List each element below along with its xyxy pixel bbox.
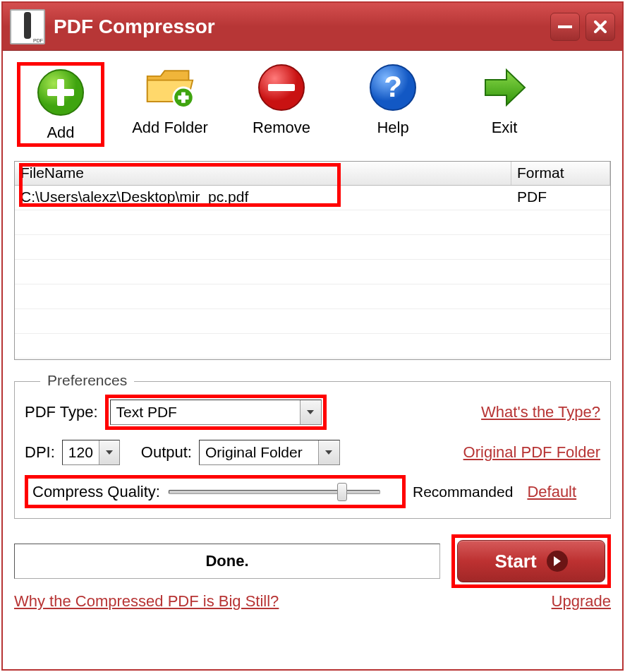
exit-label: Exit	[492, 119, 518, 137]
help-icon: ?	[368, 62, 418, 113]
output-value: Original Folder	[200, 442, 318, 463]
dpi-select[interactable]: 120	[62, 440, 120, 465]
minimize-button[interactable]	[550, 13, 580, 41]
chevron-down-icon	[300, 400, 321, 424]
dpi-value: 120	[63, 442, 99, 463]
slider-track	[169, 490, 380, 494]
remove-label: Remove	[253, 119, 310, 137]
cell-format: PDF	[511, 186, 610, 210]
header-format[interactable]: Format	[511, 162, 610, 185]
add-button[interactable]: Add	[22, 67, 99, 142]
start-button[interactable]: Start	[457, 540, 605, 582]
status-bar: Done.	[14, 544, 440, 579]
slider-thumb[interactable]	[337, 483, 347, 501]
add-label: Add	[47, 124, 74, 142]
header-filename[interactable]: FileName	[15, 162, 511, 185]
window-title: PDF Compressor	[54, 16, 545, 38]
svg-rect-0	[558, 25, 572, 28]
bottom-links: Why the Compressed PDF is Big Still? Upg…	[14, 592, 611, 611]
dpi-label: DPI:	[25, 443, 55, 462]
chevron-down-icon	[318, 440, 339, 464]
recommended-text: Recommanded	[413, 484, 513, 500]
folder-add-icon	[145, 62, 195, 113]
svg-text:?: ?	[384, 70, 402, 103]
close-icon	[594, 20, 607, 33]
close-button[interactable]	[585, 13, 615, 41]
content-area: Add Add Folder	[3, 51, 622, 616]
output-label: Output:	[141, 443, 192, 462]
preferences-legend: Preferences	[40, 372, 134, 389]
output-select[interactable]: Original Folder	[199, 440, 340, 465]
chevron-down-icon	[99, 440, 119, 464]
help-button[interactable]: ? Help	[347, 62, 439, 147]
remove-button[interactable]: Remove	[236, 62, 327, 147]
table-header: FileName Format	[15, 162, 610, 186]
add-highlight: Add	[17, 62, 104, 147]
minimize-icon	[558, 25, 572, 28]
status-row: Done. Start	[14, 534, 611, 588]
add-folder-label: Add Folder	[132, 119, 208, 137]
svg-rect-6	[178, 95, 188, 100]
app-icon	[10, 9, 45, 44]
status-text: Done.	[205, 552, 248, 570]
add-folder-button[interactable]: Add Folder	[124, 62, 216, 147]
preferences-group: Preferences PDF Type: Text PDF What's th…	[14, 381, 611, 519]
quality-slider[interactable]	[169, 481, 380, 503]
pdf-type-label: PDF Type:	[25, 403, 98, 421]
cell-filename: C:\Users\alexz\Desktop\mir_pc.pdf	[15, 186, 511, 210]
exit-arrow-icon	[479, 62, 530, 113]
quality-label: Compress Quality:	[32, 483, 160, 501]
app-window: PDF Compressor Add	[1, 1, 624, 671]
pdf-type-select[interactable]: Text PDF	[110, 400, 322, 425]
titlebar: PDF Compressor	[3, 3, 622, 51]
help-label: Help	[377, 119, 408, 137]
whats-type-link[interactable]: What's the Type?	[481, 403, 600, 421]
svg-rect-8	[268, 84, 295, 91]
default-link[interactable]: Default	[527, 483, 576, 501]
quality-highlight: Compress Quality:	[25, 475, 406, 508]
start-arrow-icon	[547, 551, 568, 572]
why-big-link[interactable]: Why the Compressed PDF is Big Still?	[14, 592, 279, 611]
toolbar: Add Add Folder	[14, 56, 611, 155]
svg-rect-3	[47, 89, 74, 96]
pdf-type-highlight: Text PDF	[105, 395, 327, 430]
file-table[interactable]: FileName Format C:\Users\alexz\Desktop\m…	[14, 161, 611, 360]
remove-icon	[256, 62, 307, 113]
exit-button[interactable]: Exit	[459, 62, 550, 147]
upgrade-link[interactable]: Upgrade	[552, 592, 611, 611]
table-row[interactable]: C:\Users\alexz\Desktop\mir_pc.pdf PDF	[15, 186, 610, 210]
original-folder-link[interactable]: Original PDF Folder	[463, 443, 600, 462]
start-highlight: Start	[451, 534, 611, 588]
pdf-type-value: Text PDF	[111, 402, 300, 423]
start-label: Start	[494, 551, 536, 572]
add-icon	[35, 67, 86, 118]
